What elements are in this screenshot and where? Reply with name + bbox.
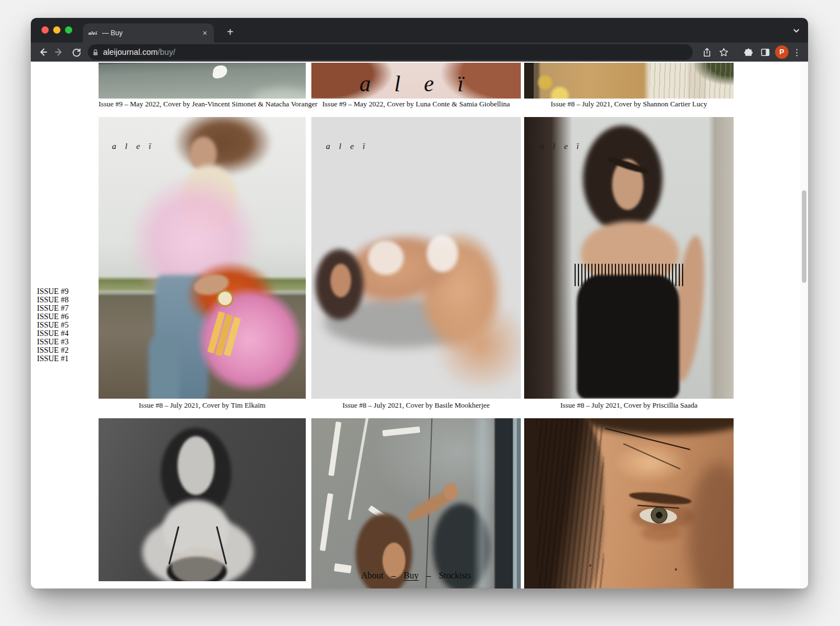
forehead-highlight bbox=[612, 442, 688, 483]
cover-caption: Issue #8 – July 2021, Cover by Priscilli… bbox=[524, 401, 734, 410]
hair-top bbox=[583, 418, 734, 435]
road-marking bbox=[382, 427, 421, 437]
cover-tile-issue8-elkaim[interactable]: a l e ï bbox=[99, 117, 306, 399]
white-brief bbox=[427, 235, 458, 272]
cover-tile-bw-portrait[interactable] bbox=[99, 418, 306, 581]
url-host: aleijournal.com bbox=[103, 48, 158, 57]
forward-arrow-icon bbox=[54, 46, 65, 58]
dress-fold-detail bbox=[650, 63, 734, 99]
nav-separator: – bbox=[426, 571, 431, 580]
sidebar-item-issue-2[interactable]: ISSUE #2 bbox=[37, 346, 68, 354]
tab-title: — Buy bbox=[102, 29, 202, 37]
cover-tile-issue9-simonet[interactable] bbox=[99, 63, 306, 99]
sidebar-item-issue-6[interactable]: ISSUE #6 bbox=[37, 312, 68, 321]
cover-tile-issue8-cartier-lucy[interactable] bbox=[524, 63, 734, 99]
url-path: /buy/ bbox=[158, 48, 175, 57]
cover-caption: Issue #9 – May 2022, Cover by Luna Conte… bbox=[311, 100, 521, 109]
sidebar-item-issue-3[interactable]: ISSUE #3 bbox=[37, 338, 68, 346]
water-highlight bbox=[252, 88, 306, 99]
road-marking bbox=[320, 493, 333, 552]
footer-link-buy[interactable]: Buy bbox=[404, 571, 419, 580]
side-panel-button[interactable] bbox=[757, 44, 773, 60]
sidebar-item-issue-5[interactable]: ISSUE #5 bbox=[37, 321, 68, 329]
figure-legs bbox=[433, 297, 521, 393]
cover-tile-issue8-mookherjee[interactable]: a l e ï bbox=[311, 117, 521, 399]
cover-caption: Issue #9 – May 2022, Cover by Jean-Vince… bbox=[99, 100, 306, 109]
browser-window: aleï — Buy × + bbox=[31, 18, 808, 588]
cover-tile-issue8-saada[interactable]: a l e ï bbox=[524, 117, 734, 399]
scrollbar-track[interactable] bbox=[800, 62, 808, 588]
hair-streaks bbox=[536, 418, 604, 588]
browser-menu-button[interactable]: ⋮ bbox=[790, 47, 804, 58]
sidebar-item-issue-1[interactable]: ISSUE #1 bbox=[37, 354, 68, 363]
figure-jeans-leg bbox=[148, 337, 180, 399]
road-marking bbox=[348, 418, 370, 520]
under-eye-shadow bbox=[641, 526, 681, 541]
sidebar-item-issue-8[interactable]: ISSUE #8 bbox=[37, 296, 68, 304]
footer-link-about[interactable]: About bbox=[361, 571, 384, 580]
window-zoom-button[interactable] bbox=[65, 26, 72, 34]
alei-cover-logo: a l e ï bbox=[540, 142, 582, 151]
chevron-down-icon bbox=[792, 27, 800, 35]
alei-cover-logo: a l e ï bbox=[311, 71, 521, 97]
lock-icon bbox=[91, 48, 100, 57]
reload-icon bbox=[71, 47, 82, 58]
share-button[interactable] bbox=[698, 44, 715, 60]
share-icon bbox=[702, 47, 712, 58]
figure-hair bbox=[173, 117, 273, 176]
cheek-shadow bbox=[688, 463, 734, 588]
cover-tile-face-closeup[interactable] bbox=[524, 418, 734, 588]
footer-link-stockists[interactable]: Stockists bbox=[438, 571, 471, 580]
tab-close-icon[interactable]: × bbox=[202, 29, 208, 38]
page-content: a l e ï Issue #9 – May 2022, Cover by Je… bbox=[31, 62, 808, 588]
sidebar-item-issue-4[interactable]: ISSUE #4 bbox=[37, 329, 68, 338]
cover-caption: Issue #8 – July 2021, Cover by Shannon C… bbox=[524, 100, 734, 109]
figure-face bbox=[178, 436, 215, 495]
cover-caption: Issue #8 – July 2021, Cover by Tim Elkaï… bbox=[99, 401, 306, 410]
back-arrow-icon bbox=[37, 46, 48, 58]
profile-avatar[interactable]: P bbox=[775, 45, 788, 59]
puzzle-icon bbox=[743, 47, 754, 58]
sidebar-item-issue-9[interactable]: ISSUE #9 bbox=[37, 287, 68, 296]
bookmark-button[interactable] bbox=[715, 44, 732, 60]
star-icon bbox=[718, 47, 729, 58]
new-tab-button[interactable]: + bbox=[222, 24, 239, 41]
extensions-button[interactable] bbox=[740, 44, 757, 60]
nav-separator: – bbox=[391, 571, 396, 580]
figure-face bbox=[330, 264, 351, 297]
tab-strip: aleï — Buy × + bbox=[31, 18, 808, 43]
alei-cover-logo: a l e ï bbox=[112, 142, 155, 151]
address-bar[interactable]: aleijournal.com/buy/ bbox=[88, 44, 693, 60]
browser-toolbar: aleijournal.com/buy/ P ⋮ bbox=[31, 43, 808, 62]
back-button[interactable] bbox=[34, 44, 51, 60]
footer-nav: About – Buy – Stockists bbox=[311, 571, 521, 581]
boat-detail bbox=[212, 64, 228, 79]
issues-sidebar: ISSUE #9 ISSUE #8 ISSUE #7 ISSUE #6 ISSU… bbox=[37, 287, 68, 363]
black-corset bbox=[577, 275, 679, 399]
tab-overflow-button[interactable] bbox=[790, 25, 802, 37]
side-panel-icon bbox=[760, 47, 771, 58]
window-minimize-button[interactable] bbox=[53, 26, 60, 34]
forward-button[interactable] bbox=[51, 44, 68, 60]
reload-button[interactable] bbox=[68, 44, 85, 60]
browser-tab[interactable]: aleï — Buy × bbox=[83, 24, 214, 43]
sidebar-item-issue-7[interactable]: ISSUE #7 bbox=[37, 304, 68, 312]
favicon: aleï bbox=[88, 30, 97, 36]
alei-cover-logo: a l e ï bbox=[326, 142, 368, 151]
cover-tile-street-scene[interactable] bbox=[311, 418, 521, 588]
road-marking bbox=[329, 422, 342, 476]
glass-reflection bbox=[473, 418, 492, 588]
cover-tile-issue9-conte[interactable]: a l e ï bbox=[311, 63, 521, 99]
window-close-button[interactable] bbox=[41, 26, 49, 34]
scrollbar-thumb[interactable] bbox=[802, 190, 806, 283]
cover-caption: Issue #8 – July 2021, Cover by Basile Mo… bbox=[311, 401, 521, 410]
white-bra bbox=[368, 241, 404, 274]
figure-hand bbox=[444, 483, 458, 500]
mole-detail bbox=[675, 568, 677, 571]
